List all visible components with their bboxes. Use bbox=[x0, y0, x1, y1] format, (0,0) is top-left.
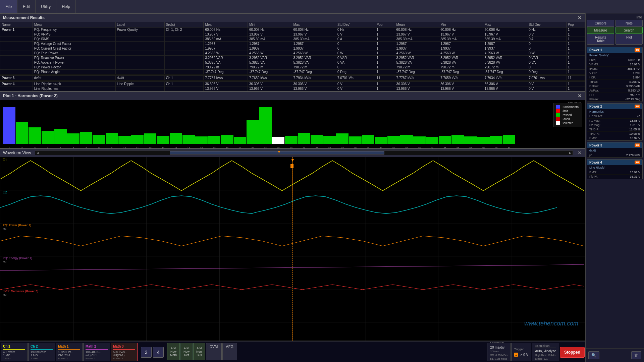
math1-val3: Power 1 bbox=[58, 357, 80, 360]
bar-39[interactable] bbox=[490, 136, 502, 144]
bar-20[interactable] bbox=[247, 120, 259, 144]
bar-1[interactable] bbox=[3, 107, 15, 144]
bar-25[interactable] bbox=[311, 135, 323, 144]
top-toolbar: File Edit Utility Help bbox=[0, 0, 644, 13]
plot-btn[interactable]: Plot bbox=[615, 34, 643, 45]
menu-edit[interactable]: Edit bbox=[17, 0, 36, 13]
trigger-box[interactable]: Trigger 1 ↗ 0 V bbox=[511, 343, 531, 361]
nav-left-arrow[interactable]: ◀ bbox=[37, 152, 39, 155]
dvm-btn[interactable]: DVM bbox=[206, 343, 221, 360]
bar-37[interactable] bbox=[464, 136, 477, 144]
bar-21[interactable] bbox=[259, 107, 272, 144]
power1-section-header[interactable]: Power 1 1/7 bbox=[587, 47, 642, 53]
horizontal-box[interactable]: Horizontal 20 ms/div 200 ms SR: 6.25 MS/… bbox=[487, 343, 511, 361]
afg-btn[interactable]: AFG bbox=[222, 343, 237, 360]
power1-mean-p: 60.008 Hz bbox=[204, 27, 248, 32]
waveform-nav-scrollbar[interactable]: ◀ ▶ ▼ bbox=[35, 150, 573, 155]
bar-17[interactable] bbox=[208, 136, 220, 144]
bar-13[interactable] bbox=[157, 136, 169, 144]
watermark: www.tehencom.com bbox=[524, 320, 578, 327]
ch1-box[interactable]: Ch 1 4.6 V/div 1 MΩ 2 MHz bbox=[1, 343, 28, 361]
acquisition-box[interactable]: Acquisition Auto, Analyze High Res: 16 b… bbox=[532, 343, 559, 361]
bar-34[interactable] bbox=[426, 137, 438, 144]
bar-31[interactable] bbox=[387, 136, 400, 144]
bar-32[interactable] bbox=[400, 135, 413, 144]
time-label-2: -40 ms bbox=[148, 342, 157, 342]
bar-33[interactable] bbox=[413, 136, 426, 144]
power2-section-header[interactable]: Power 2 1/7 bbox=[587, 104, 642, 109]
time-label-8: 80 ms bbox=[574, 342, 582, 342]
num-btn-4[interactable]: 4 bbox=[153, 347, 164, 358]
ch2-label: C2 bbox=[2, 190, 8, 194]
bar-4[interactable] bbox=[42, 131, 54, 144]
bar-15[interactable] bbox=[182, 135, 195, 144]
results-table-btn[interactable]: Results Table bbox=[587, 34, 614, 45]
math2-box[interactable]: Math 2 106.4092... intg(Ch1... Power 1 bbox=[83, 343, 110, 361]
search-btn[interactable]: Search bbox=[615, 27, 643, 34]
power3-section-header[interactable]: Power 3 1/7 bbox=[587, 142, 642, 148]
bar-26[interactable] bbox=[323, 136, 336, 144]
measure-btn[interactable]: Measure bbox=[587, 27, 614, 34]
bar-38[interactable] bbox=[477, 137, 490, 144]
bar-28[interactable] bbox=[349, 136, 361, 144]
bar-18[interactable] bbox=[221, 135, 233, 144]
sidebar-bottom-icons: 🔍 🗑 bbox=[586, 348, 644, 362]
measurement-results-panel: Measurement Results ✕ Name Meas Label Sr… bbox=[0, 13, 585, 92]
table-row: PQ: Current Crest Factor 1.99371.99371.9… bbox=[0, 46, 585, 51]
add-new-ref-btn[interactable]: Add New Ref bbox=[180, 343, 193, 360]
power1-pf-row: PF: 790.7 m bbox=[587, 93, 642, 97]
bar-24[interactable] bbox=[298, 133, 310, 144]
bar-19[interactable] bbox=[234, 137, 246, 144]
waveform-close[interactable]: ✕ bbox=[577, 150, 582, 156]
info-label: Info bbox=[636, 15, 642, 19]
time-axis: -80 ms -60 ms -40 ms -20 ms 0 s 20 ms 40… bbox=[0, 341, 585, 342]
bar-2[interactable] bbox=[16, 122, 28, 144]
bar-16[interactable] bbox=[195, 136, 208, 144]
power1-name: Power 1 bbox=[0, 27, 33, 32]
ch2-box[interactable]: Ch 2 190 mA/div 1 MΩ 2 MHz bbox=[28, 343, 55, 361]
bar-9[interactable] bbox=[106, 133, 118, 144]
math3-box[interactable]: Math 3 500 kV/s... diff(Ch1) Power 3 bbox=[111, 343, 138, 361]
bar-14[interactable] bbox=[170, 133, 182, 144]
harmonics-close[interactable]: ✕ bbox=[577, 93, 582, 99]
nav-right-arrow[interactable]: ▶ bbox=[569, 152, 571, 155]
col-mean: Mean bbox=[395, 22, 439, 27]
measurement-results-close[interactable]: ✕ bbox=[577, 15, 582, 20]
menu-file[interactable]: File bbox=[0, 0, 17, 13]
bar-10[interactable] bbox=[118, 136, 131, 144]
bar-6[interactable] bbox=[67, 133, 79, 144]
table-row: Power 4 Line Ripple: pk-pk Line Ripple C… bbox=[0, 82, 585, 86]
bar-30[interactable] bbox=[375, 137, 387, 144]
bar-27[interactable] bbox=[336, 133, 348, 144]
power2-f1mag-row: F1 Mag: 13.88 V bbox=[587, 119, 642, 123]
bar-3[interactable] bbox=[29, 127, 41, 144]
num-btn-3[interactable]: 3 bbox=[141, 347, 152, 358]
bar-7[interactable] bbox=[80, 132, 92, 144]
search-zoom-icon[interactable]: 🔍 bbox=[588, 351, 599, 359]
bar-22[interactable] bbox=[272, 137, 284, 144]
cursors-btn[interactable]: Cursors bbox=[587, 20, 614, 27]
menu-help[interactable]: Help bbox=[56, 0, 76, 13]
add-new-math-btn[interactable]: Add New Math bbox=[167, 343, 180, 360]
bar-29[interactable] bbox=[362, 135, 374, 144]
power1-std-p: 0 Hz bbox=[336, 27, 375, 32]
bar-40[interactable] bbox=[503, 135, 515, 144]
bar-35[interactable] bbox=[439, 136, 451, 144]
legend-selected: Selected bbox=[556, 121, 579, 125]
menu-utility[interactable]: Utility bbox=[36, 0, 56, 13]
bar-12[interactable] bbox=[144, 133, 156, 144]
add-new-bus-btn[interactable]: Add New Bus bbox=[193, 343, 205, 360]
bar-36[interactable] bbox=[451, 135, 464, 144]
bar-23[interactable] bbox=[285, 136, 297, 144]
trash-icon[interactable]: 🗑 bbox=[631, 351, 641, 359]
power4-section-header[interactable]: Power 4 1/7 bbox=[587, 160, 642, 165]
math1-box[interactable]: Math 1 1.7207 W... Ch1*Ch2 Power 1 bbox=[56, 343, 83, 361]
waveform-body: C1 C2 PQ: Power (Power 1)M1 PQ: Energy (… bbox=[0, 157, 585, 341]
trigger-level: 0 V bbox=[523, 353, 528, 357]
bar-11[interactable] bbox=[131, 135, 144, 144]
bar-8[interactable] bbox=[93, 135, 105, 144]
bar-5[interactable] bbox=[54, 129, 67, 144]
stopped-button[interactable]: Stopped bbox=[560, 347, 585, 358]
power4-section-type: Line Ripple' bbox=[587, 165, 642, 170]
note-btn[interactable]: Note bbox=[615, 20, 643, 27]
